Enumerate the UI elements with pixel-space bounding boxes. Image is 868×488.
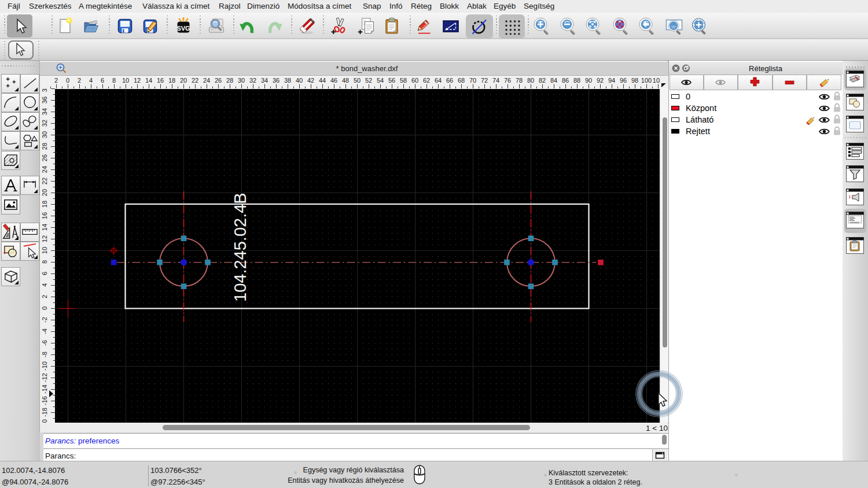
svg-text:42: 42 <box>307 77 314 84</box>
svg-text:0: 0 <box>66 77 69 84</box>
svg-text:34: 34 <box>261 77 268 84</box>
svg-text:14: 14 <box>41 224 48 231</box>
svg-text:24: 24 <box>203 77 210 84</box>
svg-text:12: 12 <box>41 235 48 242</box>
svg-text:26: 26 <box>215 77 222 84</box>
svg-text:6: 6 <box>41 272 48 275</box>
svg-text:10: 10 <box>122 77 129 84</box>
svg-text:44: 44 <box>319 77 326 84</box>
svg-text:30: 30 <box>41 131 48 138</box>
svg-text:-10: -10 <box>41 361 48 371</box>
svg-text:62: 62 <box>423 77 430 84</box>
svg-text:14: 14 <box>145 77 152 84</box>
svg-text:38: 38 <box>284 77 291 84</box>
svg-text:46: 46 <box>330 77 337 84</box>
svg-text:50: 50 <box>354 77 361 84</box>
svg-text:76: 76 <box>504 77 511 84</box>
svg-text:34: 34 <box>41 108 48 115</box>
svg-text:-12: -12 <box>41 373 48 382</box>
svg-text:38: 38 <box>41 88 48 92</box>
svg-text:96: 96 <box>620 77 627 84</box>
svg-text:-18: -18 <box>41 408 48 417</box>
svg-text:80: 80 <box>527 77 534 84</box>
svg-text:98: 98 <box>631 77 638 84</box>
svg-text:36: 36 <box>273 77 279 84</box>
svg-text:16: 16 <box>41 212 48 219</box>
svg-text:24: 24 <box>41 166 48 173</box>
svg-text:12: 12 <box>134 77 141 84</box>
svg-text:90: 90 <box>585 77 592 84</box>
svg-text:SVG: SVG <box>176 25 190 32</box>
svg-text:-4: -4 <box>41 328 48 334</box>
svg-text:4: 4 <box>89 77 93 84</box>
svg-text:58: 58 <box>400 77 407 84</box>
svg-text:56: 56 <box>388 77 395 84</box>
svg-text:2: 2 <box>54 77 58 84</box>
svg-text:60: 60 <box>411 77 418 84</box>
svg-text:52: 52 <box>365 77 372 84</box>
svg-text:30: 30 <box>238 77 245 84</box>
svg-text:26: 26 <box>41 154 48 161</box>
svg-text:100: 100 <box>641 77 652 84</box>
svg-text:2: 2 <box>78 77 81 84</box>
svg-text:22: 22 <box>41 178 48 184</box>
svg-text:86: 86 <box>562 77 569 84</box>
svg-text:-16: -16 <box>41 396 48 405</box>
svg-text:16: 16 <box>157 77 164 84</box>
svg-text:36: 36 <box>41 97 48 103</box>
svg-text:66: 66 <box>446 77 453 84</box>
svg-text:68: 68 <box>458 77 465 84</box>
svg-text:40: 40 <box>296 77 303 84</box>
svg-text:18: 18 <box>168 77 175 84</box>
svg-text:82: 82 <box>539 77 546 84</box>
svg-text:102: 102 <box>653 77 660 84</box>
svg-text:0: 0 <box>41 306 48 310</box>
svg-text:8: 8 <box>41 260 48 264</box>
svg-text:-20: -20 <box>41 419 48 423</box>
svg-text:-6: -6 <box>41 340 48 346</box>
svg-text:54: 54 <box>377 77 384 84</box>
svg-text:64: 64 <box>435 77 442 84</box>
svg-text:-2: -2 <box>41 317 48 323</box>
svg-text:6: 6 <box>101 77 104 84</box>
svg-text:32: 32 <box>41 120 48 127</box>
svg-text:-8: -8 <box>41 352 48 357</box>
svg-text:84: 84 <box>550 77 557 84</box>
svg-text:18: 18 <box>41 201 48 208</box>
svg-text:32: 32 <box>249 77 256 84</box>
svg-text:command: command <box>850 221 859 224</box>
svg-text:88: 88 <box>573 77 580 84</box>
svg-text:2: 2 <box>41 295 48 298</box>
svg-text:8: 8 <box>112 77 116 84</box>
svg-text:74: 74 <box>492 77 499 84</box>
svg-text:48: 48 <box>342 77 349 84</box>
svg-text:72: 72 <box>481 77 488 84</box>
svg-text:104.245.02.4B: 104.245.02.4B <box>231 193 249 302</box>
svg-text:22: 22 <box>192 77 198 84</box>
svg-text:28: 28 <box>226 77 233 84</box>
svg-text:4: 4 <box>41 283 48 287</box>
svg-text:28: 28 <box>41 143 48 150</box>
svg-text:92: 92 <box>597 77 604 84</box>
svg-text:20: 20 <box>180 77 187 84</box>
svg-text:78: 78 <box>516 77 523 84</box>
svg-text:94: 94 <box>608 77 615 84</box>
svg-text:70: 70 <box>469 77 476 84</box>
svg-text:20: 20 <box>41 189 48 196</box>
svg-text:10: 10 <box>41 247 48 254</box>
svg-text:-14: -14 <box>41 385 48 394</box>
